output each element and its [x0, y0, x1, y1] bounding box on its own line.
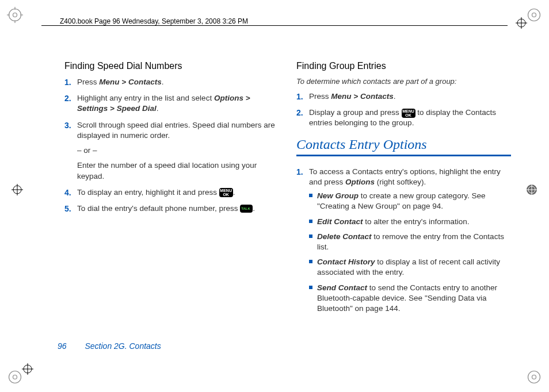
- header-text: Z400.book Page 96 Wednesday, September 3…: [58, 17, 250, 25]
- step-5: To dial the entry's default phone number…: [64, 203, 279, 214]
- registration-mark-icon: [12, 184, 23, 195]
- heading-group-entries: Finding Group Entries: [296, 61, 511, 71]
- gear-icon: [526, 7, 542, 23]
- footer-section: Section 2G. Contacts: [85, 341, 161, 351]
- step-1: Press Menu > Contacts.: [64, 77, 279, 87]
- opt-send-contact: Send Contact to send the Contacts entry …: [309, 283, 511, 314]
- menu-ok-key-icon: MENUOK: [219, 188, 233, 197]
- svg-point-11: [532, 375, 536, 379]
- svg-point-10: [528, 371, 540, 383]
- page-number: 96: [58, 341, 67, 351]
- svg-point-1: [13, 13, 17, 17]
- svg-point-0: [9, 9, 21, 21]
- right-column: Finding Group Entries To determine which…: [296, 61, 511, 335]
- step-3: Scroll through speed dial entries. Speed…: [64, 120, 279, 182]
- section-contacts-entry-options: Contacts Entry Options: [296, 137, 511, 156]
- intro-text: To determine which contacts are part of …: [296, 77, 511, 86]
- step-2: Highlight any entry in the list and sele…: [64, 93, 279, 114]
- left-column: Finding Speed Dial Numbers Press Menu > …: [64, 61, 279, 335]
- footer: 96 Section 2G. Contacts: [58, 341, 161, 351]
- gstep-2: Display a group and press MENUOK to disp…: [296, 107, 511, 128]
- opt-edit-contact: Edit Contact to alter the entry's inform…: [309, 217, 511, 227]
- content-area: Finding Speed Dial Numbers Press Menu > …: [64, 61, 511, 335]
- menu-ok-key-icon: MENUOK: [402, 109, 415, 118]
- gear-icon: [526, 369, 542, 385]
- registration-mark-icon: [516, 17, 527, 29]
- svg-point-6: [528, 9, 540, 21]
- registration-mark-icon: [526, 184, 537, 195]
- heading-speed-dial: Finding Speed Dial Numbers: [64, 61, 279, 71]
- header-rule: [41, 25, 508, 26]
- ostep-1: To access a Contacts entry's options, hi…: [296, 167, 511, 314]
- opt-new-group: New Group to create a new group category…: [309, 191, 511, 212]
- svg-point-9: [13, 375, 17, 379]
- gear-icon: [7, 369, 23, 385]
- gstep-1: Press Menu > Contacts.: [296, 91, 511, 102]
- step-4: To display an entry, highlight it and pr…: [64, 187, 279, 198]
- talk-key-icon: [240, 205, 253, 213]
- opt-delete-contact: Delete Contact to remove the entry from …: [309, 232, 511, 252]
- registration-mark-icon: [22, 363, 33, 375]
- gear-icon: [7, 7, 23, 23]
- opt-contact-history: Contact History to display a list of rec…: [309, 257, 511, 278]
- svg-point-8: [9, 371, 21, 383]
- svg-point-7: [532, 13, 536, 17]
